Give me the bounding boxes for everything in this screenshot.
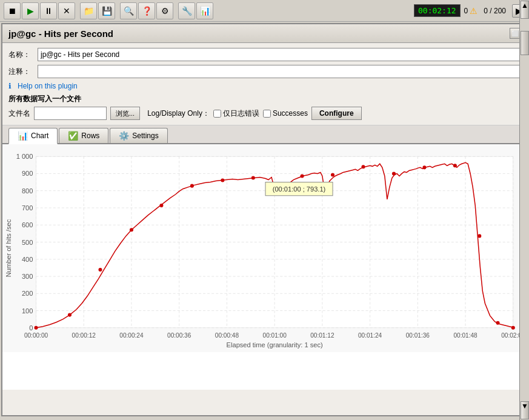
- main-panel: jp@gc - Hits per Second ⬜ 名称： 注释： ℹ Help…: [1, 23, 528, 416]
- comment-label: 注释：: [8, 67, 33, 77]
- checkbox2[interactable]: [263, 110, 271, 118]
- file-input[interactable]: [34, 107, 107, 120]
- search-button[interactable]: 🔍: [120, 2, 137, 19]
- chart-svg: 1 000 900 800 700 600 500 400 300 200 10…: [2, 144, 527, 352]
- pause-button[interactable]: ⏸: [40, 2, 57, 19]
- svg-text:400: 400: [22, 256, 33, 263]
- svg-point-55: [251, 176, 255, 179]
- comment-row: 注释：: [8, 65, 521, 78]
- chart-tab-icon: 📊: [18, 131, 28, 141]
- rows-tab-label: Rows: [81, 132, 99, 140]
- svg-text:700: 700: [22, 204, 33, 212]
- log-display-label: Log/Display Only：: [147, 108, 210, 119]
- svg-text:500: 500: [22, 239, 33, 246]
- svg-point-54: [221, 179, 224, 182]
- toolbar-right: 00:02:12 0 ⚠ 0 / 200 ▶: [414, 4, 525, 18]
- settings-tab-label: Settings: [132, 132, 158, 140]
- svg-text:(00:01:00 ; 793.1): (00:01:00 ; 793.1): [273, 185, 326, 193]
- svg-point-50: [99, 268, 102, 271]
- svg-point-52: [160, 204, 163, 207]
- warning-count: 0: [464, 7, 468, 15]
- svg-text:100: 100: [22, 307, 33, 315]
- svg-text:00:01:12: 00:01:12: [310, 332, 334, 339]
- svg-text:0: 0: [29, 324, 33, 332]
- file-label: 文件名: [8, 108, 30, 119]
- svg-text:00:01:48: 00:01:48: [453, 332, 477, 339]
- help-row: ℹ Help on this plugin: [8, 82, 521, 90]
- configure-button[interactable]: Configure: [311, 107, 362, 120]
- tab-rows[interactable]: ✅ Rows: [59, 128, 108, 143]
- main-toolbar: ⏹ ▶ ⏸ ✕ 📁 💾 🔍 ❓ ⚙ 🔧 📊 00:02:12 0 ⚠ 0 / 2…: [0, 0, 529, 22]
- scroll-thumb[interactable]: [521, 31, 529, 55]
- svg-point-64: [496, 321, 499, 324]
- name-label: 名称：: [8, 50, 33, 60]
- tab-chart[interactable]: 📊 Chart: [8, 128, 58, 144]
- svg-point-49: [68, 313, 72, 316]
- tab-settings[interactable]: ⚙️ Settings: [110, 128, 167, 143]
- chart-container: jmeter-plugins.org Server Hits per Secon…: [2, 144, 527, 390]
- tabs-bar: 📊 Chart ✅ Rows ⚙️ Settings: [2, 125, 527, 144]
- svg-point-59: [362, 165, 365, 168]
- checkbox2-item[interactable]: Successes: [263, 109, 308, 118]
- settings-tab-icon: ⚙️: [119, 131, 129, 141]
- name-input[interactable]: [38, 48, 521, 61]
- svg-text:00:00:24: 00:00:24: [119, 332, 144, 339]
- svg-point-51: [130, 228, 133, 232]
- section-title: 所有数据写入一个文件: [8, 94, 521, 104]
- chart-inner: jmeter-plugins.org Server Hits per Secon…: [2, 144, 527, 390]
- start-button[interactable]: ▶: [22, 2, 39, 19]
- svg-text:00:00:00: 00:00:00: [24, 332, 48, 339]
- svg-point-57: [301, 175, 304, 178]
- svg-text:Number of hits /sec: Number of hits /sec: [5, 219, 12, 277]
- svg-text:900: 900: [22, 170, 33, 177]
- scroll-thumb-down[interactable]: ▼: [521, 401, 529, 419]
- chart-tab-label: Chart: [31, 132, 48, 140]
- svg-point-60: [392, 172, 395, 175]
- clear-button[interactable]: ✕: [58, 2, 75, 19]
- svg-text:200: 200: [22, 290, 33, 297]
- svg-point-61: [423, 166, 426, 169]
- checkbox2-label: Successes: [273, 109, 308, 118]
- checkbox1[interactable]: [213, 110, 221, 118]
- checkbox1-item[interactable]: 仅日志错误: [213, 108, 259, 119]
- checkbox1-label: 仅日志错误: [223, 108, 259, 119]
- svg-point-48: [35, 326, 38, 329]
- svg-text:00:01:24: 00:01:24: [358, 332, 382, 339]
- svg-point-53: [190, 184, 193, 187]
- open-button[interactable]: 📁: [80, 2, 97, 19]
- warning-badge: 0 ⚠: [464, 6, 478, 16]
- svg-point-58: [331, 173, 334, 176]
- comment-input[interactable]: [38, 65, 521, 78]
- rows-tab-icon: ✅: [68, 131, 78, 141]
- svg-text:00:01:36: 00:01:36: [406, 332, 430, 339]
- svg-text:00:01:00: 00:01:00: [263, 332, 287, 339]
- extra-button2[interactable]: 📊: [196, 2, 213, 19]
- extra-button1[interactable]: 🔧: [178, 2, 195, 19]
- svg-text:1 000: 1 000: [16, 153, 33, 160]
- counter-display: 0 / 200: [481, 5, 508, 16]
- help-button[interactable]: ❓: [138, 2, 155, 19]
- settings-button[interactable]: ⚙: [156, 2, 173, 19]
- browse-button[interactable]: 浏览...: [110, 107, 140, 120]
- svg-text:00:00:36: 00:00:36: [167, 332, 191, 339]
- stop-button[interactable]: ⏹: [4, 2, 21, 19]
- svg-text:600: 600: [22, 221, 33, 228]
- svg-point-62: [453, 164, 456, 167]
- help-link[interactable]: Help on this plugin: [18, 82, 78, 90]
- svg-text:Elapsed time (granularity: 1 s: Elapsed time (granularity: 1 sec): [227, 341, 323, 348]
- file-row: 文件名 浏览... Log/Display Only： 仅日志错误 Succes…: [8, 107, 521, 120]
- form-area: 名称： 注释： ℹ Help on this plugin 所有数据写入一个文件…: [2, 43, 527, 125]
- panel-title: jp@gc - Hits per Second: [8, 28, 113, 39]
- timer-display: 00:02:12: [414, 4, 461, 17]
- svg-text:800: 800: [22, 187, 33, 195]
- scrollbar[interactable]: ▲ ▼: [519, 0, 529, 420]
- name-row: 名称：: [8, 48, 521, 61]
- svg-text:00:00:48: 00:00:48: [215, 332, 239, 339]
- scroll-thumb-up[interactable]: ▲: [521, 1, 529, 19]
- svg-text:300: 300: [22, 273, 33, 280]
- svg-text:00:00:12: 00:00:12: [72, 332, 96, 339]
- svg-point-65: [511, 326, 514, 329]
- info-icon: ℹ: [8, 82, 12, 90]
- save-button[interactable]: 💾: [98, 2, 115, 19]
- svg-point-63: [478, 235, 481, 238]
